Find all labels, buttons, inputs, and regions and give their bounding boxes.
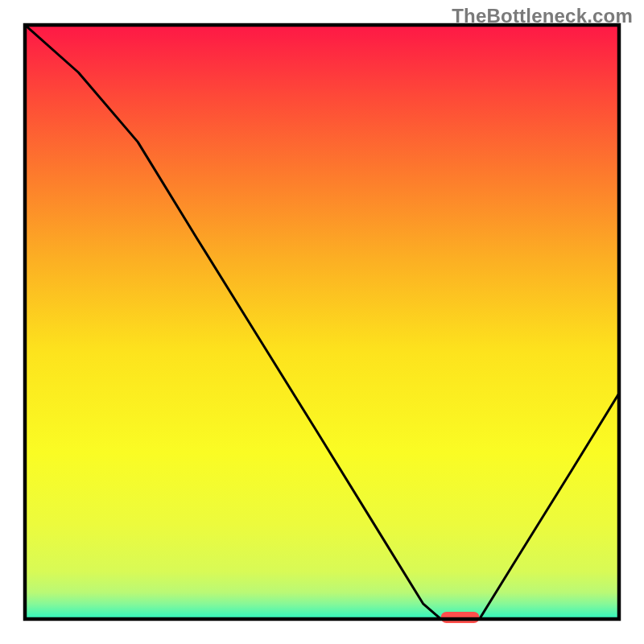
chart-svg <box>0 0 644 644</box>
chart-stage: TheBottleneck.com <box>0 0 644 644</box>
watermark-text: TheBottleneck.com <box>452 5 633 27</box>
